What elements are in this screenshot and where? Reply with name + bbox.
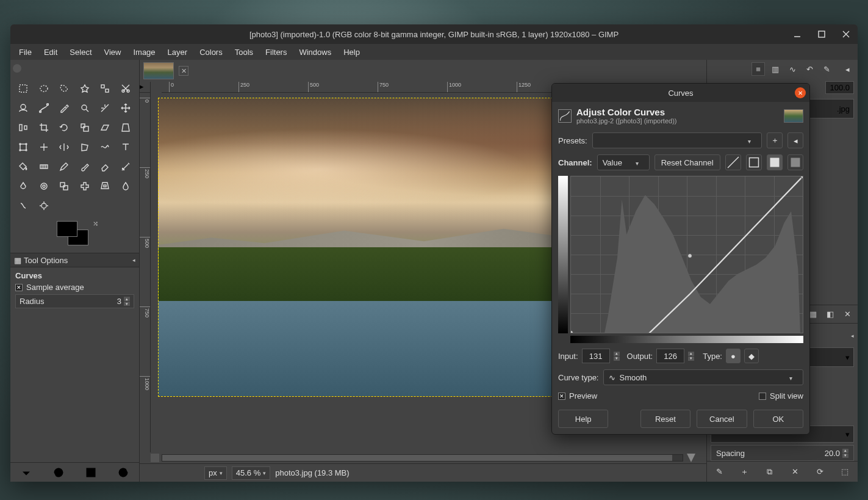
preview-checkbox[interactable]: ✕	[558, 393, 565, 400]
foreground-select-tool[interactable]	[15, 100, 31, 116]
menu-colors[interactable]: Colors	[195, 46, 228, 59]
histogram-mode-1-icon[interactable]	[767, 154, 783, 170]
edit-brush-icon[interactable]: ✎	[713, 465, 726, 479]
preset-menu-button[interactable]: ◂	[787, 132, 803, 148]
menu-edit[interactable]: Edit	[39, 46, 62, 59]
sample-average-checkbox[interactable]: ✕	[15, 284, 23, 291]
paths-tool[interactable]	[36, 100, 52, 116]
fuzzy-select-tool[interactable]	[77, 81, 93, 96]
histogram-mode-2-icon[interactable]	[787, 154, 803, 170]
cancel-button[interactable]: Cancel	[697, 410, 747, 428]
gradients-tab-icon[interactable]: ∿	[786, 62, 799, 76]
unified-transform-tool[interactable]	[15, 139, 31, 155]
output-up[interactable]: ▴	[688, 352, 694, 356]
curve-handle-end[interactable]	[800, 176, 803, 179]
gradient-tool[interactable]	[36, 159, 52, 175]
vertical-ruler[interactable]: 0 250 500 750 1000	[140, 93, 151, 452]
reset-options-icon[interactable]	[116, 465, 131, 480]
measure-tool[interactable]	[97, 100, 113, 116]
menu-layer[interactable]: Layer	[163, 46, 193, 59]
quickmask-toggle[interactable]	[151, 454, 159, 462]
help-button[interactable]: Help	[558, 410, 608, 428]
zoom-selector[interactable]: 45.6 %▾	[232, 466, 270, 480]
undo-history-tab-icon[interactable]: ↶	[803, 62, 816, 76]
ink-tool[interactable]	[15, 178, 31, 194]
spacing-down[interactable]: ▾	[842, 454, 848, 458]
ruler-origin[interactable]: ▸	[140, 82, 151, 93]
point-type-smooth[interactable]: ●	[726, 349, 741, 363]
refresh-brushes-icon[interactable]: ⟳	[813, 465, 827, 479]
radius-down[interactable]: ▾	[124, 302, 130, 306]
curve-type-select[interactable]: ∿Smooth	[603, 369, 803, 385]
close-button[interactable]	[838, 28, 854, 40]
dialog-close-button[interactable]: ✕	[795, 87, 806, 98]
tool-options-menu-icon[interactable]: ◂	[132, 257, 135, 263]
horizontal-scrollbar[interactable]	[140, 452, 706, 463]
brush-size-value[interactable]: 100.0	[825, 81, 854, 94]
patterns-tab-icon[interactable]: ▥	[769, 62, 782, 76]
panel-menu-icon[interactable]: ◂	[851, 333, 854, 339]
input-down[interactable]: ▾	[614, 357, 620, 361]
scale-tool[interactable]	[77, 120, 93, 136]
menu-image[interactable]: Image	[128, 46, 160, 59]
curve-handle-start[interactable]	[570, 330, 573, 333]
open-as-image-icon[interactable]: ⬚	[838, 465, 852, 479]
image-tab-thumbnail[interactable]	[143, 62, 174, 79]
airbrush-tool[interactable]	[118, 159, 134, 175]
new-brush-icon[interactable]: ＋	[738, 465, 751, 479]
pencil-tool[interactable]	[56, 159, 72, 175]
scissors-tool[interactable]	[118, 81, 134, 96]
foreground-color-swatch[interactable]	[57, 221, 77, 237]
eraser-tool[interactable]	[97, 159, 113, 175]
cage-tool[interactable]	[77, 139, 93, 155]
navigation-icon[interactable]	[687, 454, 695, 462]
rotate-tool[interactable]	[56, 120, 72, 136]
ok-button[interactable]: OK	[753, 410, 803, 428]
curve-graph[interactable]	[570, 176, 803, 333]
warp-tool[interactable]	[97, 139, 113, 155]
add-preset-button[interactable]: ＋	[767, 132, 783, 148]
channel-select[interactable]: Value	[597, 154, 650, 170]
menu-windows[interactable]: Windows	[294, 46, 336, 59]
unit-selector[interactable]: px▾	[204, 466, 227, 480]
smudge-tool[interactable]	[15, 198, 31, 214]
blur-tool[interactable]	[118, 178, 134, 194]
save-options-icon[interactable]	[19, 465, 34, 480]
reset-button[interactable]: Reset	[640, 410, 690, 428]
menu-filters[interactable]: Filters	[260, 46, 292, 59]
curve-handle-mid[interactable]	[687, 253, 692, 258]
histogram-linear-icon[interactable]	[725, 154, 741, 170]
delete-brush-icon[interactable]: ✕	[788, 465, 802, 479]
image-tab-close[interactable]: ✕	[179, 66, 188, 76]
heal-tool[interactable]	[77, 178, 93, 194]
menu-file[interactable]: File	[14, 46, 37, 59]
maximize-button[interactable]	[814, 28, 830, 40]
flip-tool[interactable]	[56, 139, 72, 155]
spacing-field[interactable]: Spacing 20.0 ▴▾	[711, 445, 854, 461]
menu-tools[interactable]: Tools	[230, 46, 258, 59]
reset-channel-button[interactable]: Reset Channel	[655, 154, 720, 170]
input-up[interactable]: ▴	[614, 352, 620, 356]
point-type-corner[interactable]: ◆	[744, 349, 759, 363]
handle-transform-tool[interactable]	[36, 139, 52, 155]
input-value-field[interactable]: 131	[582, 349, 610, 363]
by-color-select-tool[interactable]	[97, 81, 113, 96]
delete-layer-icon[interactable]: ✕	[841, 308, 854, 321]
perspective-tool[interactable]	[118, 120, 134, 136]
color-swatches[interactable]: ⤭	[57, 221, 93, 250]
move-tool[interactable]	[118, 100, 134, 116]
clone-tool[interactable]	[56, 178, 72, 194]
zoom-tool[interactable]	[77, 100, 93, 116]
menu-view[interactable]: View	[99, 46, 126, 59]
output-value-field[interactable]: 126	[656, 349, 684, 363]
paint-dynamics-tab-icon[interactable]: ✎	[820, 62, 833, 76]
perspective-clone-tool[interactable]	[97, 178, 113, 194]
radius-field[interactable]: Radius 3 ▴ ▾	[15, 294, 134, 308]
color-picker-tool[interactable]	[56, 100, 72, 116]
restore-options-icon[interactable]	[51, 465, 66, 480]
shear-tool[interactable]	[97, 120, 113, 136]
tool-options-label[interactable]: Tool Options	[24, 256, 68, 265]
presets-select[interactable]	[592, 132, 762, 148]
output-down[interactable]: ▾	[688, 357, 694, 361]
channels-icon[interactable]: ◧	[823, 308, 837, 321]
